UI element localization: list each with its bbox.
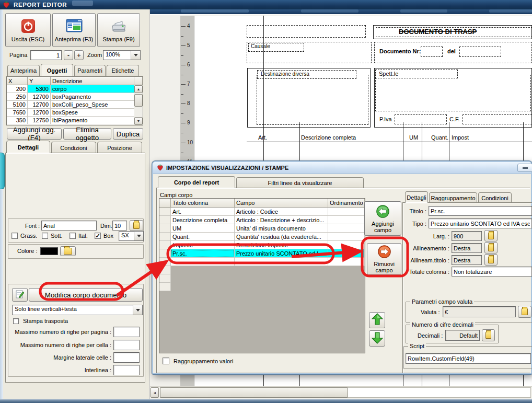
table-row[interactable]: 350 12750 lblPagamento — [7, 117, 143, 124]
tab-posizione[interactable]: Posizione — [97, 142, 142, 153]
table-row[interactable]: UM Unita' di misura documento — [159, 224, 365, 233]
arrow-down-icon — [372, 331, 383, 346]
underline-label: Sott. — [51, 233, 63, 239]
hscroll-thumb[interactable] — [160, 387, 348, 398]
tab-etichette[interactable]: Etichette — [107, 65, 139, 76]
browse-larg-button[interactable] — [484, 230, 498, 241]
tipo-input[interactable] — [429, 218, 532, 228]
table-row[interactable]: 5100 12700 boxColli_peso_Spese — [7, 101, 143, 109]
table-row[interactable]: 7650 12700 boxSpese — [7, 109, 143, 117]
tab-oggetti[interactable]: Oggetti — [41, 64, 73, 76]
strawberry-icon — [3, 1, 10, 9]
cell-margin-input[interactable] — [113, 352, 140, 363]
browse-allineam-titolo-button[interactable] — [484, 254, 498, 266]
browse-color-button[interactable] — [60, 246, 76, 256]
edit-pencil-icon — [15, 290, 25, 301]
vscroll-thumb[interactable] — [134, 94, 143, 107]
chevron-down-icon[interactable] — [134, 232, 143, 240]
transposed-checkbox[interactable] — [13, 318, 19, 324]
interline-input[interactable] — [113, 365, 140, 375]
page-plus-button[interactable]: + — [74, 50, 84, 60]
scroll-up-button[interactable]: ▲ — [134, 85, 143, 93]
add-object-button[interactable]: Aggiungi ogg.(F4) — [7, 128, 62, 140]
table-row[interactable]: Art. Articolo : Codice — [159, 208, 365, 216]
objects-col-x[interactable]: X — [7, 77, 28, 85]
scroll-down-button[interactable]: ▼ — [134, 117, 143, 125]
tab-condizioni[interactable]: Condizioni — [51, 142, 96, 153]
raggruppamento-checkbox[interactable] — [163, 358, 169, 364]
table-row[interactable]: Quant. Quantita' residua (da evadere/a..… — [159, 233, 365, 241]
color-swatch[interactable] — [40, 247, 58, 255]
valuta-input[interactable] — [443, 306, 516, 317]
browse-allineamento-button[interactable] — [484, 242, 498, 254]
objects-table-scrollbar[interactable]: ▲ ▼ — [134, 85, 143, 125]
totale-colonna-label: Totale colonna : — [393, 269, 449, 275]
report-editor-window: 4 5 6 7 8 9 10 11 — [0, 0, 532, 403]
duplicate-object-button[interactable]: Duplica — [113, 128, 143, 140]
dialog-titlebar[interactable]: IMPOSTAZIONE VISUALIZZAZIONI / STAMPE — [153, 162, 531, 174]
chevron-down-icon[interactable] — [131, 51, 140, 60]
color-label: Colore : — [17, 248, 38, 254]
edit-corpo-button[interactable]: Modifica corpo documento — [29, 288, 143, 302]
objects-col-desc[interactable]: Descrizione — [51, 77, 134, 85]
minimize-button[interactable] — [517, 164, 532, 172]
strawberry-icon — [157, 164, 164, 172]
window-bottom-border — [0, 399, 532, 403]
preview-hscrollbar[interactable]: ◄ — [149, 386, 532, 398]
allineam-titolo-input[interactable] — [452, 255, 482, 265]
tab-corpo-del-report[interactable]: Corpo del report — [158, 176, 235, 188]
preview-button[interactable]: Anteprima (F3) — [52, 13, 96, 47]
page-minus-button[interactable]: - — [64, 50, 73, 60]
tab-dettagli[interactable]: Dettagli — [6, 141, 50, 153]
window-titlebar[interactable]: REPORT EDITOR — [0, 0, 532, 9]
script-input[interactable] — [406, 353, 531, 364]
lines-mode-select[interactable]: Solo linee verticali+testa — [12, 305, 143, 315]
tab-anteprima[interactable]: Anteprima — [7, 65, 40, 76]
dim-input[interactable] — [112, 221, 127, 231]
table-row[interactable]: 250 12700 boxPagamento — [7, 93, 143, 101]
underline-checkbox[interactable] — [42, 233, 48, 239]
browse-font-button[interactable] — [130, 220, 143, 231]
max-rows-cell-input[interactable] — [113, 340, 140, 350]
ruler-label: 9 — [187, 120, 190, 125]
delete-object-button[interactable]: Elimina oggetto — [63, 128, 111, 140]
max-rows-page-input[interactable] — [113, 327, 140, 337]
table-row-selected[interactable]: Pr.sc. Prezzo unitario SCONTATO ed I... — [159, 249, 365, 258]
move-down-button[interactable] — [369, 330, 385, 347]
grid-col-titolo[interactable]: Titolo colonna — [171, 199, 235, 208]
box-checkbox[interactable]: ✓ — [95, 233, 101, 239]
tab-filtri-linee[interactable]: Filtri linee da visualizzare — [236, 177, 364, 188]
decimali-input[interactable] — [445, 330, 480, 341]
table-row[interactable]: Descrizione completa Articolo : Descrizi… — [159, 216, 365, 224]
table-row[interactable]: 200 5300 corpo — [7, 85, 143, 93]
italic-checkbox[interactable] — [70, 233, 76, 239]
edit-corpo-icon-button[interactable] — [12, 288, 28, 302]
zoom-select[interactable]: 100% — [103, 50, 141, 60]
allineamento-input[interactable] — [452, 243, 482, 253]
exit-button[interactable]: Uscita (ESC) — [5, 13, 51, 47]
scroll-left-button[interactable]: ◄ — [151, 387, 159, 398]
browse-decimali-button[interactable] — [482, 329, 495, 341]
grid-col-ordinamento[interactable]: Ordinamento — [328, 199, 365, 208]
browse-valuta-button[interactable] — [518, 306, 531, 318]
tab-dialog-dettagli[interactable]: Dettagli — [405, 191, 428, 203]
bold-checkbox[interactable] — [11, 233, 18, 239]
print-button[interactable]: Stampa (F9) — [97, 13, 140, 47]
totale-colonna-input[interactable] — [452, 267, 532, 277]
font-input[interactable] — [41, 221, 97, 231]
tab-dialog-condizioni[interactable]: Condizioni — [478, 192, 512, 203]
objects-col-y[interactable]: Y — [28, 77, 51, 85]
add-field-button[interactable]: Aggiungi campo — [364, 201, 401, 236]
ruler-label: 10 — [187, 140, 193, 145]
table-row[interactable] — [159, 258, 365, 266]
tab-parametri[interactable]: Parametri — [74, 65, 106, 76]
align-select[interactable]: SX — [119, 231, 144, 241]
tab-dialog-raggruppamento[interactable]: Raggruppamento — [429, 192, 477, 203]
page-input[interactable] — [30, 50, 62, 60]
chevron-down-icon[interactable] — [133, 305, 142, 315]
move-up-button[interactable] — [369, 312, 385, 328]
table-row[interactable]: Imposte Descrizione imposte — [159, 241, 365, 249]
titolo-input[interactable] — [429, 206, 532, 216]
larg-input[interactable] — [452, 231, 482, 241]
grid-col-campo[interactable]: Campo — [235, 199, 328, 208]
